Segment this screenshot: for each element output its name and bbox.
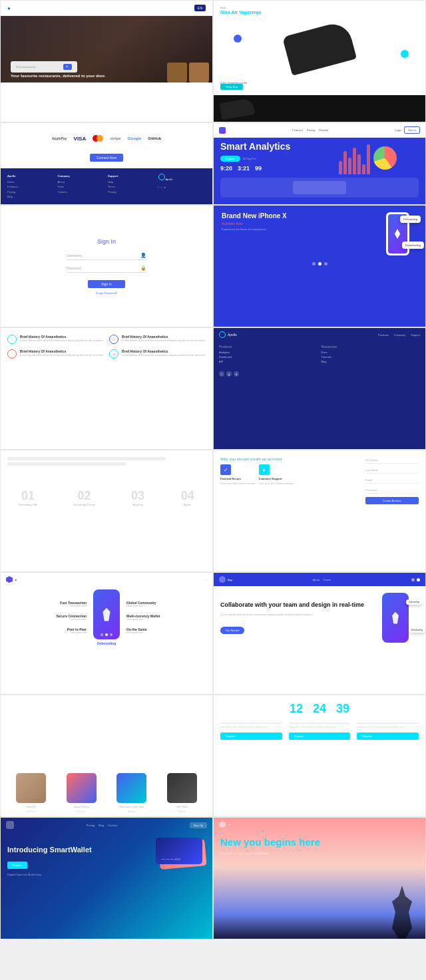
food-search-btn[interactable]: 🔍 <box>63 64 72 70</box>
stat-label-2: Knowledge Freely <box>73 503 95 506</box>
social-icon-2[interactable]: t <box>161 185 162 190</box>
reg-field-4[interactable]: Password <box>365 487 419 494</box>
reg-field-1[interactable]: First Name <box>365 457 419 464</box>
username-field[interactable]: Username 👤 <box>67 251 146 260</box>
reg-field-2[interactable]: Last Name <box>365 467 419 474</box>
app-nav-links: ♪ <box>206 578 207 581</box>
connect-btn[interactable]: Connect Now <box>90 154 123 162</box>
wallet-explore-btn[interactable]: Explore <box>7 862 27 869</box>
footer-col-2-link-2[interactable]: Team <box>58 184 106 189</box>
collab-dot-1 <box>411 578 415 581</box>
timer-col-1: Lorem ipsum dolor sit amet consectetur a… <box>220 723 282 740</box>
collab-tag-1: Onboarding <box>406 599 422 605</box>
photo-3 <box>116 773 146 803</box>
footer-col-3-link-1[interactable]: Help <box>108 180 156 184</box>
footer-col-3-link-2[interactable]: Terms <box>108 184 156 189</box>
app-nav: ● ♪ <box>1 573 212 586</box>
food-nav-btn[interactable]: EN <box>194 5 206 11</box>
med-text-4: Brief History Of Anaesthetics Lorem ipsu… <box>122 349 206 359</box>
analytics-btns: Explore 30 Day Pro <box>220 156 339 162</box>
wallet-nav-pricing[interactable]: Pricing <box>87 824 95 827</box>
apollo-link-products[interactable]: Products <box>378 333 389 337</box>
register-item-1: ✓ Fast and Secure Lorem ipsum dolor sit … <box>220 464 256 485</box>
create-account-btn[interactable]: Create Account <box>365 497 419 504</box>
timer-btn-1[interactable]: Register <box>220 733 282 740</box>
stat-big-2: 02 <box>73 489 95 503</box>
feature-desc-3: Lorem ipsum dolor <box>7 631 87 634</box>
apollo-link-blog[interactable]: Blog <box>321 360 421 363</box>
collab-nav-1[interactable]: About <box>313 578 320 581</box>
wallet-title: Introducing SmartWallet <box>7 846 152 854</box>
timer-col-2: Lorem ipsum dolor sit amet consectetur a… <box>289 723 351 740</box>
nike-top: Best Nike Air Vapormax in the SomeSavour… <box>214 1 425 95</box>
collab-tag-2: Downloading <box>409 627 425 633</box>
reg-item-title-2: Customer Support <box>259 477 294 480</box>
password-label: Password <box>67 266 81 270</box>
stat-num-3: 99 <box>255 165 262 172</box>
member-role-4: Marketer <box>178 810 186 813</box>
stats-top <box>1 450 212 476</box>
social-github[interactable]: g <box>226 371 232 377</box>
analytics-trial: 30 Day Pro <box>243 157 256 160</box>
reg-field-3[interactable]: Email <box>365 477 419 484</box>
apollo-link-support[interactable]: Support <box>411 333 420 337</box>
nike-btn[interactable]: Shop Now <box>220 84 243 90</box>
food-nav: ● EN <box>1 1 212 16</box>
social-icon-1[interactable]: f <box>158 185 159 190</box>
apollo-link-tutorials[interactable]: Tutorials <box>321 355 421 359</box>
analytics-text: Smart Analytics Explore 30 Day Pro 9:20 … <box>220 141 339 174</box>
social-icon-3[interactable]: in <box>164 185 166 190</box>
social-twitter[interactable]: t <box>219 371 224 377</box>
footer-col-2-link-3[interactable]: Careers <box>58 190 106 194</box>
team-card: Jack Lit Developer James Doing Designer … <box>0 695 213 817</box>
phone-center: Onboarding <box>90 589 123 645</box>
med-icon-1: ○ <box>7 335 17 344</box>
stat-3: 99 <box>255 165 262 172</box>
wallet-nav-contact[interactable]: Contact <box>108 824 117 827</box>
stat-big-1: 01 <box>19 489 37 503</box>
footer-col-2: Company About Team Careers <box>58 174 106 199</box>
analytics-login-btn[interactable]: Login <box>395 128 402 132</box>
analytics-signup-btn[interactable]: Button <box>404 126 420 134</box>
footer-col-1-link-1[interactable]: Home <box>7 180 55 184</box>
apollo-link-dashboard[interactable]: Dashboard <box>219 355 318 359</box>
stats-line-1 <box>7 457 166 460</box>
password-field[interactable]: Password 🔒 <box>67 264 146 273</box>
yoga-logo: •• <box>219 821 230 828</box>
collab-dot-2 <box>417 578 420 581</box>
apollo-link-docs[interactable]: Docs <box>321 351 421 354</box>
collab-btn[interactable]: Get Started <box>220 627 244 634</box>
forgot-link[interactable]: Forgot Password? <box>96 291 117 295</box>
collab-content: Collaborate with your team and design in… <box>214 586 425 649</box>
feature-desc-4: Lorem ipsum dolor <box>126 605 206 607</box>
collab-nav-2[interactable]: Teams <box>323 578 331 581</box>
signin-btn[interactable]: Sign In <box>88 280 125 288</box>
center-dot-2 <box>105 633 108 636</box>
apollo-link-company[interactable]: Company <box>394 333 405 337</box>
timer-line-3 <box>357 723 419 724</box>
analytics-nav-pricing[interactable]: Pricing <box>307 128 315 132</box>
analytics-explore-btn[interactable]: Explore <box>220 156 240 162</box>
analytics-nav-features[interactable]: Features <box>292 128 303 132</box>
stats-placeholder <box>7 457 206 466</box>
footer-col-3-link-3[interactable]: Privacy <box>108 190 156 194</box>
analytics-nav-reports[interactable]: Reports <box>319 128 328 132</box>
wallet-nav-blog[interactable]: Blog <box>99 824 104 827</box>
social-discord[interactable]: d <box>234 371 239 377</box>
footer-col-1-link-3[interactable]: Pricing <box>7 190 55 194</box>
yoga-desc: Sign up to start your new healthy lifest… <box>220 852 419 855</box>
bar-4 <box>353 148 356 174</box>
footer-col-1-link-2[interactable]: Features <box>7 184 55 189</box>
iphone-title: Brand New iPhone X <box>222 212 377 220</box>
wallet-signin-btn[interactable]: Sign Up <box>190 822 207 828</box>
footer-col-2-link-1[interactable]: About <box>58 180 106 184</box>
apollo-link-analytics[interactable]: Analytics <box>219 351 318 354</box>
food-search-bar[interactable]: Find restaurants... 🔍 <box>11 61 77 73</box>
timer-col-3: Lorem ipsum dolor sit amet consectetur a… <box>357 723 419 740</box>
bar-5 <box>357 154 361 174</box>
food-delivery-card: ● EN Find restaurants... 🔍 Your favourit… <box>0 0 213 122</box>
timer-btn-3[interactable]: Register <box>357 733 419 740</box>
footer-col-1-link-4[interactable]: Blog <box>7 194 55 199</box>
timer-btn-2[interactable]: Register <box>289 733 351 740</box>
apollo-link-api[interactable]: API <box>219 360 318 363</box>
